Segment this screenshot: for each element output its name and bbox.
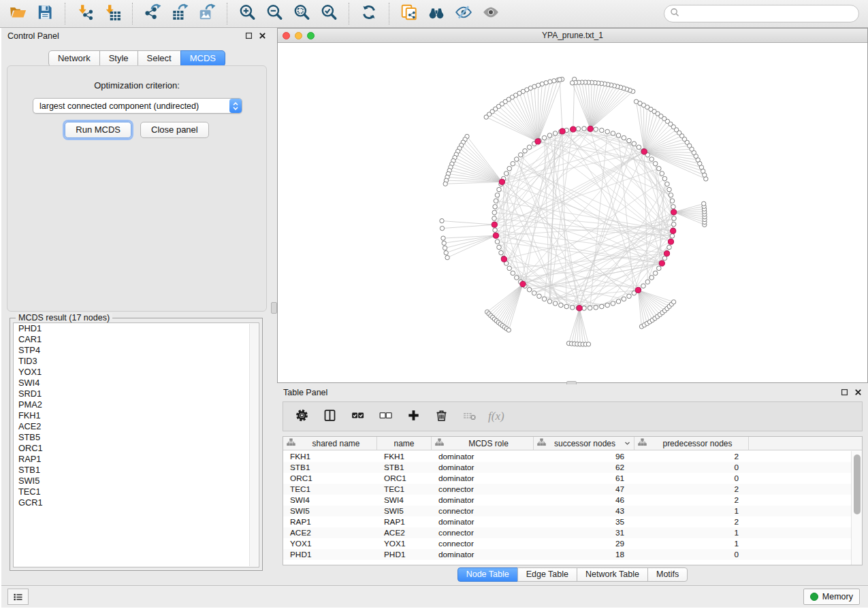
vertical-splitter-handle[interactable] — [271, 302, 277, 314]
column-header-predecessor-nodes[interactable]: predecessor nodes — [634, 437, 749, 450]
mcds-result-item[interactable]: STB1 — [14, 465, 259, 476]
toolbar-button-save-session-floppy[interactable] — [31, 3, 59, 25]
cell-successor-nodes[interactable]: 62 — [534, 463, 634, 472]
cell-successor-nodes[interactable]: 35 — [534, 517, 634, 527]
toolbar-button-zoom-out[interactable] — [261, 3, 288, 25]
toolbar-button-hide-graphics-eye[interactable] — [450, 3, 477, 25]
cell-mcds-role[interactable]: connector — [432, 539, 534, 548]
float-panel-icon[interactable] — [245, 30, 253, 42]
table-toolbar-button-delete-trash[interactable] — [432, 408, 450, 425]
mcds-result-item[interactable]: ACE2 — [14, 421, 259, 432]
table-scrollbar[interactable] — [851, 451, 862, 565]
tab-select[interactable]: Select — [138, 50, 181, 67]
tab-edge-table[interactable]: Edge Table — [517, 567, 577, 582]
table-toolbar-button-clear-checkboxes[interactable] — [376, 408, 394, 425]
cell-name[interactable]: SWI5 — [377, 506, 432, 516]
table-toolbar-button-gear[interactable] — [293, 408, 310, 425]
toolbar-button-export-table[interactable] — [166, 3, 193, 25]
mcds-result-item[interactable]: SRD1 — [14, 389, 259, 399]
cell-shared-name[interactable]: ORC1 — [283, 474, 377, 483]
tab-mcds[interactable]: MCDS — [180, 50, 225, 67]
table-toolbar-button-add-column-plus[interactable] — [404, 408, 422, 425]
toolbar-button-refresh[interactable] — [355, 3, 383, 25]
cell-successor-nodes[interactable]: 47 — [534, 484, 634, 494]
toolbar-button-open-session-folder[interactable] — [4, 3, 31, 25]
network-canvas[interactable] — [278, 43, 867, 382]
search-box[interactable] — [664, 5, 859, 22]
table-row[interactable]: ORC1ORC1dominator610 — [283, 473, 851, 484]
mcds-result-list[interactable]: PHD1CAR1STP4TID3YOX1SWI4SRD1PMA2FKH1ACE2… — [13, 323, 259, 567]
mcds-result-item[interactable]: STB5 — [14, 432, 259, 443]
toolbar-button-clone-network[interactable] — [396, 3, 423, 25]
memory-button[interactable]: Memory — [803, 589, 860, 605]
table-row[interactable]: STB1STB1dominator620 — [283, 462, 851, 473]
cell-predecessor-nodes[interactable]: 0 — [634, 474, 749, 483]
cell-predecessor-nodes[interactable]: 2 — [634, 484, 749, 494]
mcds-list-scrollbar[interactable] — [249, 324, 258, 566]
cell-predecessor-nodes[interactable]: 1 — [634, 539, 749, 548]
cell-predecessor-nodes[interactable]: 2 — [634, 517, 749, 527]
tab-motifs[interactable]: Motifs — [647, 567, 688, 582]
float-panel-icon[interactable] — [841, 386, 848, 399]
column-header-name[interactable]: name — [377, 437, 432, 450]
cell-shared-name[interactable]: SWI4 — [283, 495, 377, 505]
table-row[interactable]: SWI4SWI4dominator462 — [283, 495, 851, 506]
cell-name[interactable]: ACE2 — [377, 528, 432, 538]
cell-mcds-role[interactable]: connector — [432, 506, 534, 516]
cell-shared-name[interactable]: FKH1 — [283, 452, 377, 461]
tab-network-table[interactable]: Network Table — [577, 567, 648, 582]
toolbar-button-zoom-fit[interactable] — [288, 3, 315, 25]
mcds-result-item[interactable]: PMA2 — [14, 399, 259, 410]
cell-mcds-role[interactable]: dominator — [432, 463, 534, 472]
cell-shared-name[interactable]: RAP1 — [283, 517, 377, 527]
close-panel-button[interactable]: Close panel — [140, 122, 209, 138]
toolbar-button-show-graphics-eye[interactable] — [477, 3, 504, 25]
table-row[interactable]: TEC1TEC1connector472 — [283, 484, 851, 495]
mcds-result-item[interactable]: SWI4 — [14, 378, 259, 389]
cell-successor-nodes[interactable]: 46 — [534, 495, 634, 505]
cell-shared-name[interactable]: ACE2 — [283, 528, 377, 538]
toolbar-button-zoom-in[interactable] — [234, 3, 261, 25]
run-mcds-button[interactable]: Run MCDS — [65, 122, 131, 138]
search-input[interactable] — [680, 9, 858, 18]
cell-successor-nodes[interactable]: 43 — [534, 506, 634, 516]
cell-shared-name[interactable]: YOX1 — [283, 539, 377, 548]
cell-mcds-role[interactable]: dominator — [432, 474, 534, 483]
mcds-result-item[interactable]: YOX1 — [14, 367, 259, 378]
mcds-result-item[interactable]: PHD1 — [14, 323, 259, 334]
toolbar-button-zoom-selected[interactable] — [315, 3, 342, 25]
cell-successor-nodes[interactable]: 29 — [534, 539, 634, 548]
tab-network[interactable]: Network — [48, 50, 100, 67]
criterion-dropdown[interactable]: largest connected component (undirected) — [33, 98, 242, 114]
tab-style[interactable]: Style — [99, 50, 138, 67]
cell-shared-name[interactable]: TEC1 — [283, 484, 377, 494]
mcds-result-item[interactable]: STP4 — [14, 345, 259, 356]
mcds-result-item[interactable]: GCR1 — [14, 497, 259, 508]
toolbar-button-import-network[interactable] — [71, 3, 99, 25]
mcds-result-item[interactable]: TID3 — [14, 356, 259, 367]
tab-node-table[interactable]: Node Table — [457, 567, 518, 582]
cell-successor-nodes[interactable]: 18 — [534, 550, 634, 559]
table-row[interactable]: YOX1YOX1connector291 — [283, 538, 851, 549]
cell-successor-nodes[interactable]: 31 — [534, 528, 634, 538]
close-panel-icon[interactable] — [854, 386, 862, 399]
cell-predecessor-nodes[interactable]: 0 — [634, 463, 749, 472]
table-row[interactable]: SWI5SWI5connector431 — [283, 506, 851, 516]
cell-mcds-role[interactable]: connector — [432, 484, 534, 494]
cell-predecessor-nodes[interactable]: 2 — [634, 452, 749, 461]
task-history-button[interactable] — [7, 589, 29, 605]
mcds-result-item[interactable]: RAP1 — [14, 454, 259, 465]
cell-predecessor-nodes[interactable]: 1 — [634, 528, 749, 538]
cell-shared-name[interactable]: SWI5 — [283, 506, 377, 516]
close-panel-icon[interactable] — [259, 30, 266, 42]
cell-successor-nodes[interactable]: 96 — [534, 452, 634, 461]
mcds-result-item[interactable]: CAR1 — [14, 334, 259, 345]
cell-name[interactable]: YOX1 — [377, 539, 432, 548]
table-toolbar-button-select-all-checkboxes[interactable] — [349, 408, 366, 425]
cell-name[interactable]: SWI4 — [377, 495, 432, 505]
cell-predecessor-nodes[interactable]: 1 — [634, 506, 749, 516]
mcds-result-item[interactable]: FKH1 — [14, 410, 259, 421]
mcds-result-item[interactable]: ORC1 — [14, 443, 259, 454]
column-header-shared-name[interactable]: shared name — [283, 437, 377, 450]
table-row[interactable]: FKH1FKH1dominator962 — [283, 451, 851, 462]
